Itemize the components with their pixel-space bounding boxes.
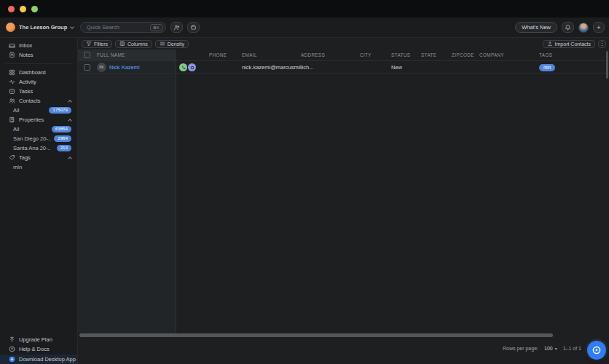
macos-titlebar <box>0 0 609 17</box>
table-row[interactable]: NK Nick Kazemi nick.kazemi@marcusmillich… <box>78 61 609 74</box>
sidebar: Inbox Notes Dashboard Activity Tasks C <box>0 38 78 364</box>
add-company-button[interactable] <box>187 22 200 33</box>
column-header-full-name[interactable]: FULL NAME <box>97 50 125 61</box>
sidebar-footer: Upgrade Plan Help & Docs Download Deskto… <box>0 335 77 364</box>
sidebar-item-properties-all[interactable]: All 63854 <box>0 124 77 134</box>
filters-label: Filters <box>94 41 108 47</box>
notes-icon <box>9 52 15 58</box>
call-action-button[interactable] <box>179 63 187 71</box>
quick-search-input[interactable]: Quick Search ⌘K <box>80 22 166 33</box>
horizontal-scrollbar[interactable] <box>79 333 553 337</box>
count-badge: 175079 <box>49 107 71 113</box>
sidebar-item-label: Tags <box>19 154 31 161</box>
column-header-zipcode[interactable]: ZIPCODE <box>452 50 474 61</box>
columns-icon <box>119 41 125 47</box>
message-action-button[interactable] <box>188 63 196 71</box>
sidebar-item-inbox[interactable]: Inbox <box>0 41 77 50</box>
user-avatar[interactable] <box>578 23 589 33</box>
sidebar-item-tasks[interactable]: Tasks <box>0 87 77 96</box>
whats-new-button[interactable]: What's New <box>515 22 557 33</box>
pagination-footer: Rows per page: 100 ▾ 1–1 of 1 ‹ › <box>78 339 609 357</box>
rows-per-page-select[interactable]: 100 ▾ <box>544 346 557 351</box>
density-label: Density <box>168 41 184 47</box>
vertical-scrollbar[interactable] <box>606 51 608 79</box>
sidebar-item-tags[interactable]: Tags <box>0 153 77 162</box>
minimize-window-button[interactable] <box>20 6 26 12</box>
workspace-switcher[interactable]: The Leeson Group <box>6 23 76 32</box>
building-icon <box>9 116 15 123</box>
column-header-tags[interactable]: TAGS <box>539 50 552 61</box>
person-add-icon <box>173 24 180 31</box>
import-contacts-button[interactable]: Import Contacts <box>543 40 595 48</box>
column-header-phone[interactable]: PHONE <box>209 50 227 61</box>
add-contact-button[interactable] <box>170 22 183 33</box>
contact-email: nick.kazemi@marcusmillich... <box>242 61 313 74</box>
sidebar-item-properties[interactable]: Properties <box>0 115 77 124</box>
support-widget-button[interactable] <box>587 341 606 360</box>
column-header-address[interactable]: ADDRESS <box>301 50 325 61</box>
close-window-button[interactable] <box>8 6 15 12</box>
contact-tag-pill[interactable]: min <box>539 64 555 71</box>
sidebar-item-tag-min[interactable]: min <box>0 162 77 172</box>
contact-name-link[interactable]: Nick Kazemi <box>109 61 140 74</box>
contact-avatar: NK <box>97 63 106 72</box>
more-options-button[interactable]: ⋮ <box>598 40 606 48</box>
upgrade-arrow-icon <box>9 336 15 343</box>
density-icon <box>160 41 165 47</box>
phone-icon <box>181 66 186 70</box>
zoom-window-button[interactable] <box>31 6 38 12</box>
count-badge: 213 <box>57 145 71 151</box>
sidebar-item-activity[interactable]: Activity <box>0 77 77 87</box>
help-docs-button[interactable]: Help & Docs <box>0 344 77 355</box>
notifications-button[interactable] <box>562 22 574 33</box>
filter-icon <box>86 41 92 47</box>
sidebar-item-properties-santa-ana[interactable]: Santa Ana 20-.. 213 <box>0 143 77 153</box>
briefcase-icon <box>190 24 197 31</box>
column-header-email[interactable]: EMAIL <box>242 50 257 61</box>
sidebar-item-contacts[interactable]: Contacts <box>0 96 77 106</box>
sidebar-item-properties-san-diego[interactable]: San Diego 20-.. 2964 <box>0 134 77 143</box>
download-desktop-app-button[interactable]: Download Desktop App <box>0 355 77 364</box>
filters-button[interactable]: Filters <box>82 40 112 48</box>
chevron-up-icon <box>68 119 72 123</box>
sidebar-item-contacts-all[interactable]: All 175079 <box>0 106 77 115</box>
density-button[interactable]: Density <box>155 40 189 48</box>
sidebar-item-dashboard[interactable]: Dashboard <box>0 68 77 77</box>
sidebar-item-label: Inbox <box>19 42 32 49</box>
workspace-avatar <box>6 23 15 32</box>
import-arrow-icon <box>547 41 553 47</box>
help-icon <box>9 346 15 352</box>
dropdown-caret-icon: ▾ <box>555 346 557 351</box>
column-header-city[interactable]: CITY <box>360 50 372 61</box>
column-header-company[interactable]: COMPANY <box>479 50 504 61</box>
download-icon <box>9 356 15 363</box>
sidebar-item-label: Help & Docs <box>19 346 50 352</box>
column-header-state[interactable]: STATE <box>421 50 436 61</box>
sidebar-child-label: All <box>13 107 19 114</box>
sidebar-item-label: Properties <box>19 116 44 123</box>
select-all-checkbox[interactable] <box>84 52 90 58</box>
sidebar-item-label: Activity <box>19 79 36 85</box>
search-shortcut-badge: ⌘K <box>150 24 162 31</box>
sidebar-child-label: min <box>13 164 22 170</box>
table-toolbar: Filters Columns Density Import Contacts … <box>78 38 609 50</box>
inbox-icon <box>9 42 15 49</box>
columns-button[interactable]: Columns <box>115 40 152 48</box>
workspace-name: The Leeson Group <box>19 24 67 31</box>
app-header: The Leeson Group Quick Search ⌘K What's … <box>0 17 609 38</box>
rows-per-page-label: Rows per page: <box>503 346 538 351</box>
add-button[interactable]: + <box>593 22 605 33</box>
contact-status: New <box>391 61 402 74</box>
tasks-icon <box>9 88 15 95</box>
sidebar-child-label: All <box>13 126 19 132</box>
upgrade-plan-button[interactable]: Upgrade Plan <box>0 335 77 345</box>
contacts-icon <box>9 98 15 104</box>
row-checkbox[interactable] <box>84 64 90 71</box>
dashboard-icon <box>9 69 15 76</box>
import-contacts-label: Import Contacts <box>555 41 591 47</box>
column-header-status[interactable]: STATUS <box>391 50 410 61</box>
sidebar-item-notes[interactable]: Notes <box>0 50 77 60</box>
ring-icon <box>190 66 195 70</box>
toolbar-right: Import Contacts ⋮ <box>543 40 606 48</box>
table-header: FULL NAME PHONE EMAIL ADDRESS CITY STATU… <box>78 50 609 61</box>
